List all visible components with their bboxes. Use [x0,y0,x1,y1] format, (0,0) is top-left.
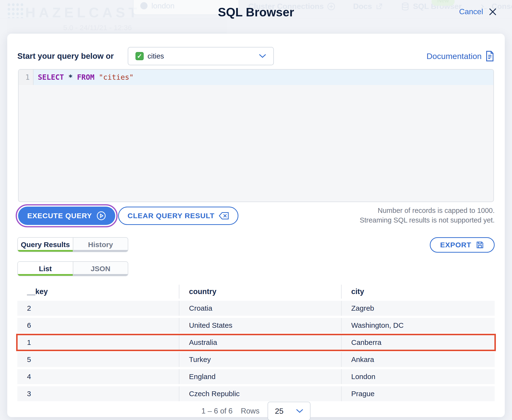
new-badge: New [432,0,455,6]
sql-star: * [68,73,73,81]
documentation-label[interactable]: Documentation [427,52,482,61]
view-tab-group: List JSON [17,261,128,276]
results-tab-group: Query Results History [17,237,128,252]
table-header: __key country city [17,285,495,299]
sql-code-line[interactable]: SELECT * FROM "cities" [33,70,493,85]
tab-json[interactable]: JSON [73,262,128,276]
execute-query-focus-ring: EXECUTE QUERY [16,204,118,227]
query-bar-label: Start your query below or [17,52,114,61]
cancel-label[interactable]: Cancel [459,7,483,16]
records-note: Number of records is capped to 1000. Str… [360,206,495,225]
column-header-key: __key [17,285,179,299]
pagination: 1 – 6 of 6 Rows 25 [7,402,505,420]
table-row[interactable]: 2 Croatia Zagreb [17,301,495,316]
column-header-country: country [179,285,341,299]
table-row-highlighted[interactable]: 1 Australia Canberra [17,335,495,350]
save-icon [476,240,484,249]
document-icon [485,51,495,61]
active-tab-underline [18,274,73,276]
table-row[interactable]: 6 United States Washington, DC [17,318,495,333]
chevron-down-icon [259,54,266,58]
inactive-tab-underline [73,250,128,252]
tab-list[interactable]: List [18,262,73,276]
sql-editor[interactable]: 1 SELECT * FROM "cities" [18,69,494,202]
sql-browser-modal: Start your query below or ✓ cities Docum… [7,34,505,417]
rows-per-page-label: Rows [241,407,260,415]
active-tab-underline [18,250,73,252]
results-tabs-row: Query Results History EXPORT [17,237,495,253]
line-number: 1 [19,70,33,85]
sql-keyword-from: FROM [77,73,94,81]
sql-table-name: "cities" [99,73,134,81]
table-row[interactable]: 5 Turkey Ankara [17,352,495,367]
query-bar: Start your query below or ✓ cities Docum… [17,47,495,65]
close-icon[interactable] [488,8,497,16]
inactive-tab-underline [73,274,128,276]
cancel-button[interactable]: Cancel [459,7,497,16]
actions-row: EXECUTE QUERY CLEAR QUERY RESULT Number … [16,204,495,228]
column-header-city: city [341,285,495,299]
version-text: 5.0 - 24/11/21 - 12:36 [63,24,132,32]
execute-query-label: EXECUTE QUERY [27,212,92,220]
query-results-table: __key country city 2 Croatia Zagreb 6 Un… [17,285,495,401]
clear-query-result-button[interactable]: CLEAR QUERY RESULT [118,207,238,225]
tab-query-results[interactable]: Query Results [18,238,73,252]
clear-query-result-label: CLEAR QUERY RESULT [128,212,215,220]
page-title: SQL Browser [0,5,512,19]
records-note-line2: Streaming SQL results is not supported y… [360,215,495,225]
table-row[interactable]: 3 Czech Republic Prague [17,386,495,401]
page-range: 1 – 6 of 6 [202,407,233,415]
rows-per-page-value: 25 [275,407,283,416]
export-button[interactable]: EXPORT [430,237,495,253]
map-select-dropdown[interactable]: ✓ cities [128,47,274,65]
editor-line-1[interactable]: 1 SELECT * FROM "cities" [19,70,493,85]
export-label: EXPORT [440,241,471,249]
map-select-value: cities [147,52,259,60]
chevron-down-icon [296,409,303,413]
check-icon: ✓ [135,52,144,60]
play-circle-icon [96,211,106,221]
tab-history[interactable]: History [73,238,128,252]
sql-keyword-select: SELECT [38,73,64,81]
execute-query-button[interactable]: EXECUTE QUERY [18,207,115,225]
backspace-icon [219,212,229,220]
rows-per-page-select[interactable]: 25 [268,402,310,420]
records-note-line1: Number of records is capped to 1000. [360,206,495,215]
documentation-link[interactable]: Documentation [427,51,495,61]
table-row[interactable]: 4 England London [17,369,495,384]
